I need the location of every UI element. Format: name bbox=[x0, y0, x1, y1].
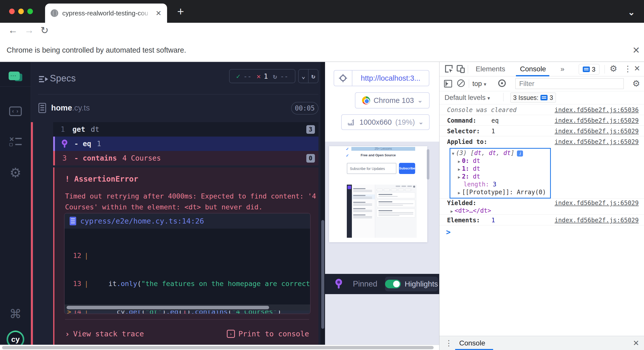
devtools-settings-icon[interactable]: ⚙ bbox=[610, 63, 617, 74]
back-button[interactable]: ← bbox=[8, 25, 18, 36]
console-prompt-icon[interactable]: > bbox=[446, 228, 451, 236]
window-minimize-button[interactable] bbox=[18, 9, 24, 14]
array-item-row[interactable]: ▶1: dt bbox=[452, 165, 550, 173]
console-settings-icon[interactable]: ⚙ bbox=[632, 78, 640, 89]
inspect-element-icon[interactable] bbox=[445, 64, 454, 74]
spec-file-row[interactable]: home.cy.ts 00:05 bbox=[31, 99, 320, 119]
passed-count: -- bbox=[243, 72, 252, 80]
sidebar-divider bbox=[0, 86, 31, 86]
browsers-icon[interactable]: ∙∙∙ bbox=[9, 72, 22, 82]
error-title: ! AssertionError bbox=[65, 174, 138, 183]
sidebar-item-runs[interactable]: ✕ ▢ bbox=[9, 137, 22, 147]
source-link[interactable]: index.fd56be2f.js:65029 bbox=[555, 138, 639, 145]
command-row-contains[interactable]: 3 - contains 4 Courses 0 bbox=[53, 151, 318, 165]
browser-tab[interactable]: cypress-realworld-testing-cou ✕ bbox=[45, 4, 167, 23]
console-filter-input[interactable]: Filter bbox=[515, 78, 624, 89]
spec-name: home bbox=[51, 103, 72, 112]
code-scrollbar-thumb[interactable] bbox=[67, 306, 269, 309]
tab-console[interactable]: Console bbox=[520, 65, 546, 73]
view-stack-trace-button[interactable]: ›View stack trace bbox=[65, 330, 144, 338]
device-toolbar-icon[interactable] bbox=[456, 64, 465, 74]
source-link[interactable]: index.fd56be2f.js:65029 bbox=[555, 128, 639, 135]
tab-search-chevron-icon[interactable]: ⌄ bbox=[628, 7, 635, 17]
browser-select[interactable]: Chrome 103 ⌄ bbox=[355, 92, 430, 108]
sidebar-item-specs[interactable]: ‹ › bbox=[9, 106, 22, 116]
failed-icon: ✕ bbox=[257, 72, 261, 80]
triangle-right-icon[interactable]: ▶ bbox=[451, 209, 453, 214]
array-preview-row[interactable]: ▼(3) [dt, dt, dt]i bbox=[452, 149, 550, 157]
log-levels-selector[interactable]: Default levels ▾ bbox=[445, 94, 490, 102]
yielded-node[interactable]: ▶<dt>…</dt> bbox=[451, 207, 491, 214]
command-row-eq-pinned[interactable]: - eq 1 bbox=[53, 137, 318, 151]
tab-elements[interactable]: Elements bbox=[476, 65, 505, 73]
triangle-down-icon[interactable]: ▼ bbox=[452, 151, 454, 156]
devtools-panel: Elements Console » 3 ⚙ ⋮ ✕ top ▾ Fil bbox=[439, 62, 644, 350]
code-line-12: 12| bbox=[65, 251, 310, 260]
window-zoom-button[interactable] bbox=[27, 9, 33, 14]
selector-playground-button[interactable] bbox=[334, 71, 352, 86]
page-scrollbar-thumb[interactable] bbox=[2, 346, 434, 349]
source-link[interactable]: index.fd56be2f.js:65029 bbox=[555, 200, 639, 207]
dropdown-arrow-icon: ▾ bbox=[484, 81, 486, 87]
devtools-menu-icon[interactable]: ⋮ bbox=[624, 64, 632, 74]
rerun-tests-button[interactable]: ↻ bbox=[309, 70, 318, 83]
snapshot-subscribe-button: Subscribe bbox=[399, 163, 415, 174]
snapshot-scrollbar-thumb[interactable] bbox=[427, 149, 429, 180]
source-link[interactable]: index.fd56be2f.js:65036 bbox=[555, 106, 639, 114]
array-item-row[interactable]: ▶2: dt bbox=[452, 173, 550, 181]
drawer-console-tab[interactable]: Console bbox=[459, 339, 485, 347]
drawer-menu-icon[interactable]: ⋮ bbox=[445, 339, 453, 347]
issues-counter-chip[interactable]: 3 bbox=[579, 64, 599, 75]
clear-console-icon[interactable] bbox=[457, 79, 465, 87]
sidebar-item-settings[interactable]: ⚙ bbox=[0, 165, 31, 180]
highlights-toggle[interactable] bbox=[385, 280, 401, 288]
collapse-all-button[interactable]: ⌄ bbox=[299, 70, 309, 83]
error-message-line1: Timed out retrying after 4000ms: Expecte… bbox=[65, 192, 316, 200]
cypress-sidebar: ∙∙∙ ‹ › ✕ ▢ ⚙ ⌘ cy bbox=[0, 62, 31, 350]
tab-title: cypress-realworld-testing-cou bbox=[62, 9, 152, 17]
snapshot-highlighted-element: 25+ Lessons bbox=[351, 147, 415, 151]
window-close-button[interactable] bbox=[9, 9, 15, 14]
code-frame-header[interactable]: cypress/e2e/home.cy.ts:14:26 bbox=[65, 213, 310, 229]
array-prototype-row[interactable]: ▶[[Prototype]]: Array(0) bbox=[452, 188, 550, 196]
command-row-get[interactable]: 1 get dt 3 bbox=[53, 122, 318, 137]
console-sidebar-icon[interactable] bbox=[444, 80, 452, 88]
reload-button[interactable]: ↻ bbox=[41, 25, 49, 36]
context-selector[interactable]: top ▾ bbox=[472, 80, 486, 88]
devtools-close-icon[interactable]: ✕ bbox=[634, 64, 640, 73]
log-row-command: Command: eq index.fd56be2f.js:65029 bbox=[439, 115, 644, 126]
viewport-select[interactable]: 1000x660 (19%) ⌄ bbox=[341, 114, 430, 130]
issues-button[interactable]: 3 Issues: 3 bbox=[510, 93, 556, 103]
page-horizontal-scrollbar[interactable] bbox=[0, 345, 439, 350]
banner-close-icon[interactable]: ✕ bbox=[632, 45, 640, 56]
live-expression-icon[interactable] bbox=[498, 79, 506, 87]
print-to-console-button[interactable]: ›Print to console bbox=[227, 330, 309, 338]
aut-url[interactable]: http://localhost:3... bbox=[352, 74, 429, 82]
log-value: 1 bbox=[491, 217, 495, 224]
drawer-close-icon[interactable]: ✕ bbox=[633, 339, 639, 347]
pin-icon bbox=[62, 140, 67, 148]
keyboard-shortcuts-icon[interactable]: ⌘ bbox=[0, 307, 31, 321]
automation-banner-text: Chrome is being controlled by automated … bbox=[7, 46, 186, 54]
source-link[interactable]: index.fd56be2f.js:65029 bbox=[555, 217, 639, 224]
forward-button[interactable]: → bbox=[24, 25, 34, 36]
code-horizontal-scrollbar[interactable] bbox=[65, 304, 310, 311]
tabbar-divider bbox=[605, 65, 605, 74]
snapshot-scrollbar[interactable] bbox=[427, 148, 430, 242]
reporter-title: Specs bbox=[50, 73, 76, 84]
array-item-row[interactable]: ▶0: dt bbox=[452, 157, 550, 165]
command-count-badge: 0 bbox=[306, 154, 315, 163]
reporter-scrollbar[interactable] bbox=[320, 62, 325, 350]
source-link[interactable]: index.fd56be2f.js:65029 bbox=[555, 117, 639, 124]
new-tab-button[interactable]: + bbox=[177, 5, 184, 18]
info-badge-icon[interactable]: i bbox=[517, 150, 523, 157]
triangle-right-icon[interactable]: ▶ bbox=[458, 167, 460, 172]
reporter-scrollbar-thumb[interactable] bbox=[321, 220, 324, 329]
tab-close-icon[interactable]: ✕ bbox=[156, 9, 162, 17]
more-tabs-icon[interactable]: » bbox=[560, 65, 565, 73]
triangle-right-icon[interactable]: ▶ bbox=[458, 190, 460, 195]
triangle-right-icon[interactable]: ▶ bbox=[458, 159, 460, 164]
specs-menu-icon[interactable] bbox=[38, 75, 49, 84]
highlights-toggle-pill[interactable]: Highlights bbox=[385, 277, 438, 291]
triangle-right-icon[interactable]: ▶ bbox=[458, 175, 460, 180]
